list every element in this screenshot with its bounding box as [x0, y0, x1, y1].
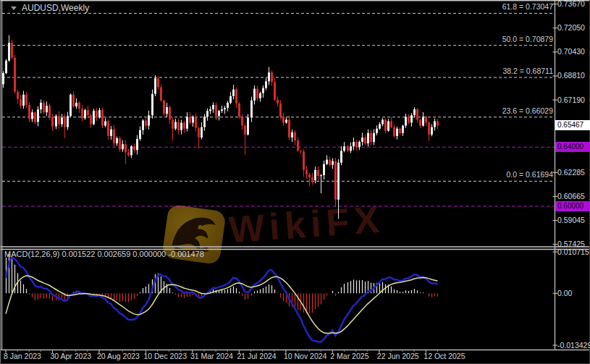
date-label: 21 Jul 2024	[237, 352, 276, 360]
macd-axis-tick: -0.013429	[557, 341, 590, 350]
fib-label: 38.2 = 0.68711	[502, 67, 553, 76]
price-tick: 0.67190	[557, 96, 590, 105]
macd-name: MACD(12,26,9)	[4, 250, 59, 258]
price-level-box: 0.60000	[555, 201, 590, 211]
macd-axis-tick: 0.010715	[557, 247, 590, 257]
date-label: 22 Jun 2025	[377, 352, 419, 360]
chart-plot-area[interactable]	[0, 0, 555, 350]
dropdown-arrow-icon	[11, 7, 17, 10]
price-level-box: 0.64000	[555, 142, 590, 152]
symbol-label: AUDUSD,Weekly	[11, 3, 89, 13]
time-axis[interactable]: 8 Jan 2023 30 Apr 2023 20 Aug 2023 10 De…	[0, 350, 590, 364]
date-label: 30 Apr 2023	[50, 352, 91, 360]
price-tick: 0.72050	[557, 23, 590, 33]
fib-label: 23.6 = 0.66029	[502, 106, 553, 116]
date-label: 20 Aug 2023	[97, 352, 140, 360]
date-label: 31 Mar 2024	[190, 352, 233, 360]
price-tick: 0.70430	[557, 47, 590, 56]
date-label: 10 Dec 2023	[143, 352, 187, 360]
fib-label: 50.0 = 0.70879	[502, 35, 553, 44]
macd-axis-tick: 0.00	[557, 289, 590, 298]
date-label: 8 Jan 2023	[4, 352, 41, 360]
chart-window: WikiFX AUDUSD,Weekly 61.8 = 0.73047 50.0…	[0, 0, 590, 364]
price-tick: 0.59045	[557, 216, 590, 225]
macd-values: 0.001522 0.002659 0.000000 -0.001478	[62, 250, 203, 258]
price-tick: 0.62285	[557, 168, 590, 177]
macd-indicator-label: MACD(12,26,9) 0.001522 0.002659 0.000000…	[4, 250, 204, 258]
price-tick: 0.60665	[557, 192, 590, 201]
fib-label: 0.0 = 0.61694	[506, 170, 553, 179]
symbol-period-text: AUDUSD,Weekly	[22, 3, 89, 13]
price-tick: 0.68810	[557, 71, 590, 80]
price-tick: 0.73670	[557, 0, 590, 9]
date-label: 2 Mar 2025	[330, 352, 368, 360]
date-label: 12 Oct 2025	[423, 352, 465, 360]
current-price-box: 0.65467	[555, 120, 590, 130]
fib-label: 61.8 = 0.73047	[502, 2, 553, 12]
date-label: 10 Nov 2024	[284, 352, 327, 360]
